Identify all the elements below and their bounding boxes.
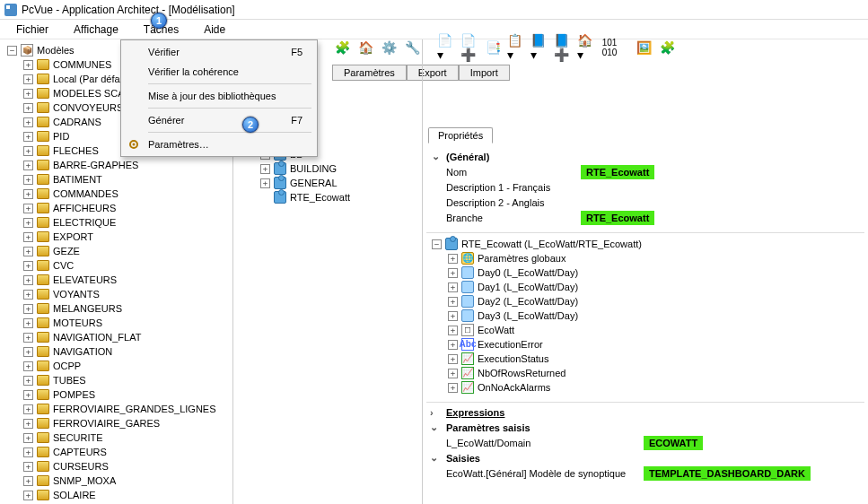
expand-icon[interactable]: + — [23, 404, 33, 414]
expand-icon[interactable]: + — [23, 318, 33, 328]
menu-aide[interactable]: Aide — [197, 22, 232, 38]
expand-icon[interactable]: + — [23, 232, 33, 242]
menu-affichage[interactable]: Affichage — [66, 22, 126, 38]
tree-item[interactable]: +MOTEURS — [2, 316, 231, 330]
tree-item[interactable]: +GENERAL — [233, 176, 422, 190]
expressions-section: › Expressions ⌄ Paramètres saisis L_EcoW… — [426, 402, 864, 481]
expand-icon[interactable]: + — [448, 354, 458, 364]
tree-item[interactable]: +SOLAIRE — [2, 488, 231, 502]
tab-proprietes[interactable]: Propriétés — [428, 127, 493, 143]
expand-icon[interactable]: + — [448, 254, 458, 264]
tree-item[interactable]: +AFFICHEURS — [2, 201, 231, 215]
tree-item[interactable]: +📈ExecutionStatus — [426, 352, 864, 366]
tree-item[interactable]: +TUBES — [2, 373, 231, 387]
expand-icon[interactable]: + — [260, 164, 270, 174]
expand-icon[interactable]: + — [23, 275, 33, 285]
menu-item-verifier[interactable]: Vérifier F5 — [123, 42, 315, 62]
expand-icon[interactable]: + — [260, 178, 270, 188]
expand-icon[interactable]: + — [448, 311, 458, 321]
expand-icon[interactable]: + — [448, 268, 458, 278]
expand-icon[interactable]: + — [448, 282, 458, 292]
tree-item[interactable]: +Day0 (L_EcoWatt/Day) — [426, 265, 864, 280]
expand-icon[interactable]: + — [23, 304, 33, 314]
expand-icon[interactable]: + — [23, 261, 33, 271]
tree-item[interactable]: +EXPORT — [2, 230, 231, 244]
menu-item-verifier-coherence[interactable]: Vérifier la cohérence — [123, 62, 315, 82]
expand-icon[interactable]: + — [23, 175, 33, 185]
expand-icon[interactable]: + — [23, 189, 33, 199]
expand-icon[interactable]: + — [23, 333, 33, 343]
tree-item[interactable]: +Day2 (L_EcoWatt/Day) — [426, 294, 864, 308]
tree-item[interactable]: +BARRE-GRAPHES — [2, 158, 231, 172]
collapse-icon[interactable]: − — [432, 239, 442, 249]
tree-root[interactable]: − RTE_Ecowatt (L_EcoWatt/RTE_Ecowatt) — [426, 237, 864, 251]
tree-item[interactable]: +ELECTRIQUE — [2, 215, 231, 230]
tree-item[interactable]: +📈OnNoAckAlarms — [426, 380, 864, 395]
tree-item[interactable]: +POMPES — [2, 387, 231, 402]
expand-icon[interactable]: + — [23, 491, 33, 500]
expand-icon[interactable]: + — [23, 132, 33, 142]
tree-item[interactable]: +📈NbOfRowsReturned — [426, 366, 864, 380]
expand-icon[interactable]: + — [23, 390, 33, 400]
tree-item[interactable]: +COMMANDES — [2, 187, 231, 201]
chevron-right-icon: › — [430, 407, 434, 418]
tree-item[interactable]: +MELANGEURS — [2, 301, 231, 316]
instance-tree[interactable]: − RTE_Ecowatt (L_EcoWatt/RTE_Ecowatt) +🌐… — [426, 232, 864, 395]
tree-item[interactable]: +GEZE — [2, 244, 231, 258]
tree-item[interactable]: +□EcoWatt — [426, 323, 864, 337]
expand-icon[interactable]: + — [23, 204, 33, 213]
expand-icon[interactable]: + — [23, 60, 33, 70]
expand-icon[interactable]: + — [23, 361, 33, 371]
expand-icon[interactable]: + — [448, 340, 458, 350]
tree-item[interactable]: +BUILDING — [233, 161, 422, 176]
tree-item[interactable]: +ELEVATEURS — [2, 273, 231, 287]
expand-icon[interactable]: + — [23, 146, 33, 156]
expand-icon[interactable]: + — [23, 117, 33, 127]
tree-item[interactable]: RTE_Ecowatt — [233, 190, 422, 204]
tree-item[interactable]: +🌐Paramètres globaux — [426, 251, 864, 265]
expand-icon[interactable]: + — [23, 376, 33, 386]
expand-icon[interactable]: + — [23, 462, 33, 472]
tree-item[interactable]: +Day3 (L_EcoWatt/Day) — [426, 308, 864, 323]
expand-icon[interactable]: + — [23, 419, 33, 429]
menu-fichier[interactable]: Fichier — [9, 22, 56, 38]
expand-icon[interactable]: + — [448, 369, 458, 378]
expand-icon[interactable]: + — [23, 103, 33, 113]
menu-item-maj-bib[interactable]: Mise à jour des bibliothèques — [123, 86, 315, 106]
section-saisies[interactable]: ⌄ Saisies — [426, 450, 864, 465]
expand-icon[interactable]: + — [23, 290, 33, 300]
tree-item[interactable]: +Day1 (L_EcoWatt/Day) — [426, 280, 864, 294]
tree-item-label: NbOfRowsReturned — [478, 366, 566, 380]
expand-icon[interactable]: + — [23, 74, 33, 84]
collapse-icon[interactable]: − — [7, 46, 17, 56]
expand-icon[interactable]: + — [448, 383, 458, 393]
tree-item[interactable]: +NAVIGATION — [2, 344, 231, 359]
tree-item[interactable]: +NAVIGATION_FLAT — [2, 330, 231, 344]
expand-icon[interactable]: + — [448, 297, 458, 307]
expand-icon[interactable]: + — [23, 247, 33, 256]
tree-item[interactable]: +AbcExecutionError — [426, 337, 864, 352]
expand-icon[interactable]: + — [23, 89, 33, 99]
menu-item-generer[interactable]: Générer F7 — [123, 110, 315, 130]
expand-icon[interactable]: + — [23, 476, 33, 486]
tree-item[interactable]: +CVC — [2, 258, 231, 273]
expand-icon[interactable]: + — [23, 448, 33, 457]
tree-item[interactable]: +FERROVIAIRE_GRANDES_LIGNES — [2, 402, 231, 416]
tree-item[interactable]: +BATIMENT — [2, 172, 231, 187]
tree-item[interactable]: +CAPTEURS — [2, 445, 231, 459]
tree-item[interactable]: +OCPP — [2, 359, 231, 373]
tree-item[interactable]: +FERROVIAIRE_GARES — [2, 416, 231, 430]
tree-item[interactable]: +VOYANTS — [2, 287, 231, 301]
menu-item-parametres[interactable]: Paramètres… — [123, 135, 315, 154]
section-param-saisis[interactable]: ⌄ Paramètres saisis — [426, 420, 864, 435]
tree-item[interactable]: +SECURITE — [2, 430, 231, 445]
tree-item[interactable]: +CURSEURS — [2, 459, 231, 474]
prop-section-general[interactable]: ⌄ (Général) — [426, 149, 864, 164]
expand-icon[interactable]: + — [23, 161, 33, 170]
tree-item[interactable]: +SNMP_MOXA — [2, 474, 231, 488]
expand-icon[interactable]: + — [23, 218, 33, 228]
expand-icon[interactable]: + — [23, 347, 33, 357]
section-expressions[interactable]: › Expressions — [426, 404, 864, 420]
expand-icon[interactable]: + — [23, 433, 33, 443]
expand-icon[interactable]: + — [448, 326, 458, 335]
